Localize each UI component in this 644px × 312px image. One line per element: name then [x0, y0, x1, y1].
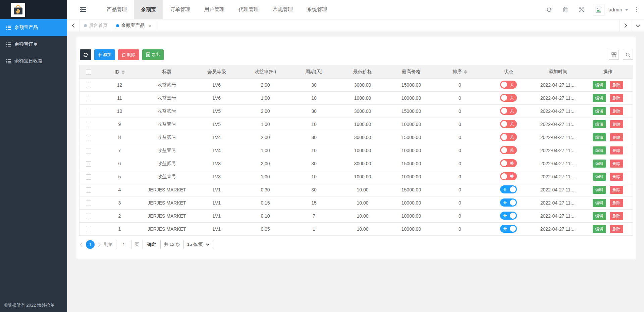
tabs-next-icon[interactable] — [619, 19, 632, 32]
nav-item[interactable]: 产品管理 — [100, 0, 134, 19]
sort-icon[interactable] — [121, 70, 125, 74]
username[interactable]: admin — [608, 7, 622, 12]
user-caret-icon[interactable] — [625, 9, 628, 11]
delete-row-button[interactable]: 删除 — [610, 94, 623, 102]
row-checkbox[interactable] — [86, 187, 91, 193]
delete-row-button[interactable]: 删除 — [610, 212, 623, 220]
status-toggle[interactable]: 关 — [500, 172, 517, 180]
delete-row-button[interactable]: 删除 — [610, 225, 623, 233]
row-checkbox[interactable] — [86, 148, 91, 153]
delete-row-button[interactable]: 删除 — [610, 186, 623, 194]
app-logo[interactable] — [11, 3, 25, 17]
select-all-checkbox[interactable] — [86, 69, 91, 75]
delete-row-button[interactable]: 删除 — [610, 81, 623, 89]
current-page[interactable]: 1 — [86, 240, 95, 249]
edit-button[interactable]: 编辑 — [593, 160, 606, 168]
status-toggle[interactable]: 关 — [500, 159, 517, 167]
edit-button[interactable]: 编辑 — [593, 107, 606, 115]
status-toggle[interactable]: 关 — [500, 107, 517, 115]
row-checkbox[interactable] — [86, 200, 91, 206]
column-filter-button[interactable] — [609, 50, 619, 60]
edit-button[interactable]: 编辑 — [593, 212, 606, 220]
column-header[interactable]: 排序 — [436, 65, 484, 79]
table-header: ID标题会员等级收益率(%)周期(天)最低价格最高价格排序状态添加时间操作 — [79, 65, 633, 79]
delete-row-button[interactable]: 删除 — [610, 133, 623, 141]
sidebar-menu: 余额宝产品余额宝订单余额宝日收益 — [0, 19, 67, 70]
edit-button[interactable]: 编辑 — [593, 133, 606, 141]
edit-button[interactable]: 编辑 — [593, 81, 606, 89]
row-checkbox[interactable] — [86, 96, 91, 101]
status-toggle[interactable]: 开 — [500, 198, 517, 207]
edit-button[interactable]: 编辑 — [593, 146, 606, 154]
tab[interactable]: 余额宝产品× — [112, 19, 156, 32]
nav-item[interactable]: 用户管理 — [197, 0, 231, 19]
status-toggle[interactable]: 开 — [500, 225, 517, 233]
more-menu-icon[interactable] — [636, 7, 637, 12]
sidebar-item[interactable]: 余额宝日收益 — [0, 53, 67, 70]
delete-button[interactable]: 删除 — [118, 49, 139, 60]
copyright-footer: ©版权所有 2022 海外抢单 — [4, 302, 55, 308]
topbar-actions: admin — [535, 4, 637, 15]
sidebar-item[interactable]: 余额宝产品 — [0, 19, 67, 36]
row-checkbox[interactable] — [86, 214, 91, 219]
edit-button[interactable]: 编辑 — [593, 225, 606, 233]
delete-row-button[interactable]: 删除 — [610, 120, 623, 128]
refresh-icon[interactable] — [546, 7, 552, 12]
row-checkbox[interactable] — [86, 122, 91, 127]
total-count: 共 12 条 — [164, 241, 180, 248]
per-page-select[interactable]: 15 条/页 — [183, 240, 214, 249]
edit-button[interactable]: 编辑 — [593, 186, 606, 194]
sort-icon[interactable] — [464, 70, 467, 74]
tab-dot — [116, 24, 119, 27]
status-toggle[interactable]: 开 — [500, 185, 517, 193]
next-page-icon[interactable] — [98, 242, 101, 247]
nav-item[interactable]: 代理管理 — [231, 0, 266, 19]
sidebar-item[interactable]: 余额宝订单 — [0, 36, 67, 53]
list-icon — [6, 26, 11, 30]
refresh-table-button[interactable] — [80, 49, 91, 60]
confirm-page-button[interactable]: 确定 — [143, 240, 161, 249]
nav-item[interactable]: 常规管理 — [266, 0, 300, 19]
search-button[interactable] — [623, 50, 633, 60]
user-avatar[interactable] — [593, 4, 604, 15]
tabs-menu-icon[interactable] — [632, 19, 644, 32]
status-toggle[interactable]: 关 — [500, 94, 517, 102]
nav-item[interactable]: 订单管理 — [163, 0, 197, 19]
tabs-prev-icon[interactable] — [67, 19, 79, 32]
row-checkbox[interactable] — [86, 174, 91, 180]
status-toggle[interactable]: 关 — [500, 81, 517, 89]
row-checkbox[interactable] — [86, 83, 91, 88]
trash-icon[interactable] — [563, 7, 568, 12]
fullscreen-icon[interactable] — [579, 7, 584, 12]
nav-item[interactable]: 系统管理 — [300, 0, 334, 19]
delete-row-button[interactable]: 删除 — [610, 107, 623, 115]
status-toggle[interactable]: 开 — [500, 212, 517, 220]
delete-row-button[interactable]: 删除 — [610, 173, 623, 181]
delete-row-button[interactable]: 删除 — [610, 146, 623, 154]
delete-row-button[interactable]: 删除 — [610, 199, 623, 207]
edit-button[interactable]: 编辑 — [593, 199, 606, 207]
row-checkbox[interactable] — [86, 227, 91, 232]
delete-row-button[interactable]: 删除 — [610, 160, 623, 168]
tab[interactable]: 后台首页 — [79, 19, 112, 32]
row-checkbox[interactable] — [86, 135, 91, 140]
sidebar-fold-icon[interactable] — [80, 7, 86, 12]
column-header[interactable]: ID — [98, 65, 142, 79]
add-button[interactable]: 添加 — [94, 49, 115, 60]
row-checkbox[interactable] — [86, 161, 91, 167]
page-input[interactable] — [116, 240, 131, 249]
tab-close-icon[interactable]: × — [149, 23, 152, 29]
status-toggle[interactable]: 关 — [500, 120, 517, 128]
edit-button[interactable]: 编辑 — [593, 120, 606, 128]
export-button[interactable]: 导出 — [142, 49, 164, 60]
prev-page-icon[interactable] — [80, 242, 83, 247]
status-toggle[interactable]: 关 — [500, 146, 517, 154]
column-header: 添加时间 — [533, 65, 583, 79]
edit-button[interactable]: 编辑 — [593, 173, 606, 181]
edit-button[interactable]: 编辑 — [593, 94, 606, 102]
status-toggle[interactable]: 关 — [500, 133, 517, 141]
row-checkbox[interactable] — [86, 109, 91, 114]
nav-item[interactable]: 余额宝 — [134, 0, 163, 19]
column-header: 最高价格 — [387, 65, 436, 79]
tabbar: 后台首页余额宝产品× — [67, 19, 644, 32]
